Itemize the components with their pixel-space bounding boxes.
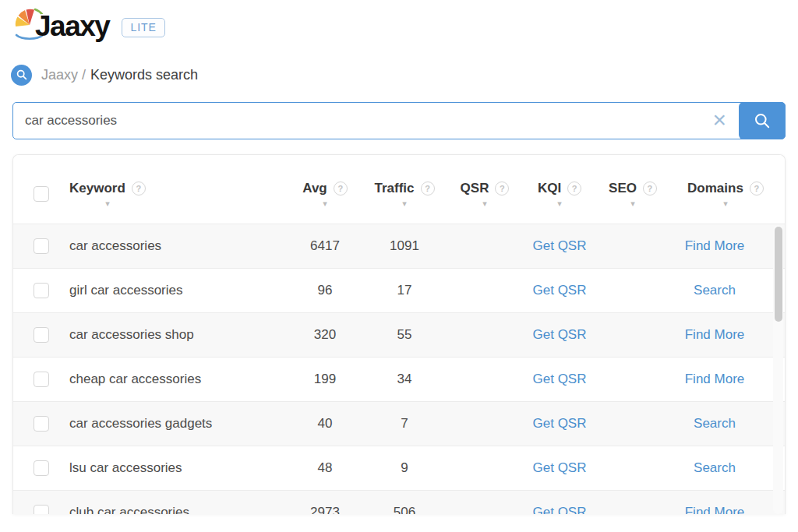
get-qsr-link[interactable]: Get QSR xyxy=(533,372,587,387)
get-qsr-link[interactable]: Get QSR xyxy=(533,505,587,514)
row-checkbox-cell xyxy=(13,460,69,476)
column-header-keyword[interactable]: Keyword? ▾ xyxy=(69,181,291,208)
row-checkbox[interactable] xyxy=(34,416,49,432)
keyword-cell: girl car accessories xyxy=(69,283,291,298)
domains-cell: Search xyxy=(666,460,785,476)
keyword-cell: car accessories shop xyxy=(69,327,291,343)
domains-cell: Search xyxy=(666,416,785,432)
table-body: car accessories 6417 1091 Get QSR Find M… xyxy=(13,224,785,514)
traffic-cell: 17 xyxy=(359,283,450,298)
domains-cell: Search xyxy=(666,283,785,298)
get-qsr-link[interactable]: Get QSR xyxy=(533,460,587,476)
domains-link[interactable]: Find More xyxy=(685,238,745,254)
row-checkbox-cell xyxy=(13,238,69,254)
domains-link[interactable]: Find More xyxy=(685,372,745,387)
row-checkbox[interactable] xyxy=(34,460,49,476)
kqi-cell: Get QSR xyxy=(520,460,599,476)
domains-cell: Find More xyxy=(666,327,785,343)
column-header-avg[interactable]: Avg? ▾ xyxy=(291,181,359,208)
domains-link[interactable]: Search xyxy=(694,460,736,476)
sort-chevron-icon: ▾ xyxy=(402,199,407,208)
avg-cell: 2973 xyxy=(291,505,359,514)
avg-cell: 40 xyxy=(291,416,359,432)
sort-chevron-icon: ▾ xyxy=(723,199,728,208)
help-icon[interactable]: ? xyxy=(421,181,435,196)
breadcrumb-app[interactable]: Jaaxy / xyxy=(41,67,86,83)
keyword-results-table: Keyword? ▾ Avg? ▾ Traffic? ▾ QSR? xyxy=(12,154,786,514)
column-label: Keyword xyxy=(69,181,125,196)
get-qsr-link[interactable]: Get QSR xyxy=(533,416,587,432)
domains-cell: Find More xyxy=(666,505,785,514)
help-icon[interactable]: ? xyxy=(643,181,657,196)
breadcrumb-page: Keywords search xyxy=(90,67,198,83)
keyword-cell: car accessories xyxy=(69,238,291,254)
row-checkbox[interactable] xyxy=(34,238,49,254)
traffic-cell: 7 xyxy=(359,416,450,432)
row-checkbox[interactable] xyxy=(34,283,49,298)
sort-chevron-icon: ▾ xyxy=(482,199,487,208)
traffic-cell: 55 xyxy=(359,327,450,343)
top-bar: Jaaxy LITE xyxy=(0,0,798,45)
table-scrollbar[interactable] xyxy=(773,225,783,514)
table-row: lsu car accessories 48 9 Get QSR Search xyxy=(13,446,785,490)
jaaxy-logo[interactable]: Jaaxy LITE xyxy=(10,4,165,44)
row-checkbox-cell xyxy=(13,327,69,343)
keyword-cell: car accessories gadgets xyxy=(69,416,291,432)
traffic-cell: 9 xyxy=(359,460,450,476)
select-all-checkbox[interactable] xyxy=(34,186,49,202)
keyword-cell: cheap car accessories xyxy=(69,372,291,387)
get-qsr-link[interactable]: Get QSR xyxy=(533,327,587,343)
column-label: Domains xyxy=(687,181,743,196)
avg-cell: 96 xyxy=(291,283,359,298)
table-row: cheap car accessories 199 34 Get QSR Fin… xyxy=(13,357,785,401)
column-header-kqi[interactable]: KQI? ▾ xyxy=(520,181,599,208)
table-row: car accessories gadgets 40 7 Get QSR Sea… xyxy=(13,401,785,446)
row-checkbox[interactable] xyxy=(34,327,49,343)
domains-link[interactable]: Find More xyxy=(685,327,745,343)
column-label: QSR xyxy=(461,181,489,196)
keyword-search-input[interactable] xyxy=(12,102,786,139)
table-row: girl car accessories 96 17 Get QSR Searc… xyxy=(13,268,785,312)
domains-link[interactable]: Search xyxy=(694,283,736,298)
clear-search-icon[interactable]: × xyxy=(712,108,726,132)
sort-chevron-icon: ▾ xyxy=(105,199,110,208)
kqi-cell: Get QSR xyxy=(520,283,599,298)
column-label: Traffic xyxy=(374,181,414,196)
lite-badge: LITE xyxy=(122,18,165,37)
domains-link[interactable]: Search xyxy=(694,416,736,432)
sort-chevron-icon: ▾ xyxy=(630,199,635,208)
breadcrumb: Jaaxy / Keywords search xyxy=(11,64,798,86)
row-checkbox[interactable] xyxy=(34,372,49,387)
column-header-seo[interactable]: SEO? ▾ xyxy=(599,181,666,208)
traffic-cell: 34 xyxy=(359,372,450,387)
select-all-cell xyxy=(13,186,69,202)
table-header-row: Keyword? ▾ Avg? ▾ Traffic? ▾ QSR? xyxy=(13,155,785,224)
help-icon[interactable]: ? xyxy=(495,181,509,196)
help-icon[interactable]: ? xyxy=(750,181,764,196)
column-header-qsr[interactable]: QSR? ▾ xyxy=(450,181,520,208)
column-label: Avg xyxy=(302,181,327,196)
traffic-cell: 506 xyxy=(359,505,450,514)
get-qsr-link[interactable]: Get QSR xyxy=(533,238,587,254)
column-header-traffic[interactable]: Traffic? ▾ xyxy=(359,181,450,208)
row-checkbox-cell xyxy=(13,505,69,514)
help-icon[interactable]: ? xyxy=(567,181,581,196)
column-label: KQI xyxy=(538,181,561,196)
search-icon xyxy=(754,112,771,129)
traffic-cell: 1091 xyxy=(359,238,450,254)
scrollbar-thumb[interactable] xyxy=(775,227,782,322)
row-checkbox[interactable] xyxy=(34,505,49,514)
search-button[interactable] xyxy=(739,102,786,139)
avg-cell: 6417 xyxy=(291,238,359,254)
row-checkbox-cell xyxy=(13,372,69,387)
help-icon[interactable]: ? xyxy=(132,181,146,196)
jaaxy-app: Jaaxy LITE Jaaxy / Keywords search × Key… xyxy=(0,0,798,532)
row-checkbox-cell xyxy=(13,283,69,298)
domains-link[interactable]: Find More xyxy=(685,505,745,514)
column-header-domains[interactable]: Domains? ▾ xyxy=(666,181,785,208)
table-row: club car accessories 2973 506 Get QSR Fi… xyxy=(13,490,785,514)
help-icon[interactable]: ? xyxy=(334,181,348,196)
get-qsr-link[interactable]: Get QSR xyxy=(533,283,587,298)
avg-cell: 320 xyxy=(291,327,359,343)
table-row: car accessories shop 320 55 Get QSR Find… xyxy=(13,312,785,357)
